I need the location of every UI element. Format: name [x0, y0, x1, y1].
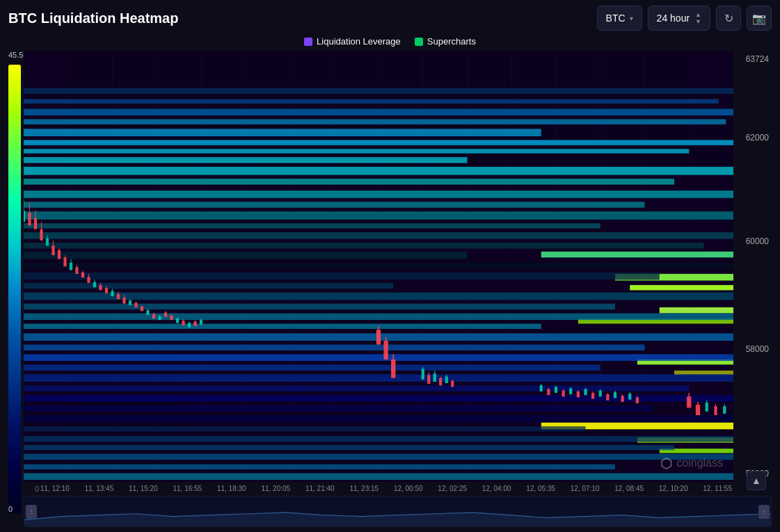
svg-rect-69	[24, 473, 733, 480]
page-title: BTC Liquidation Heatmap	[8, 10, 178, 26]
y-label-60000: 60000	[746, 236, 769, 246]
svg-rect-23	[24, 108, 733, 115]
x-label-0: 11, 12:10	[40, 485, 70, 493]
watermark: ⬡ coinglass	[660, 455, 723, 471]
svg-rect-119	[164, 312, 167, 316]
legend-item-liquidation: Liquidation Leverage	[304, 36, 401, 47]
x-label-15: 12, 11:55	[703, 485, 732, 493]
svg-rect-147	[445, 376, 448, 383]
svg-rect-49	[24, 273, 660, 280]
asset-selector-value: BTC	[606, 13, 626, 24]
svg-rect-191	[24, 497, 771, 526]
svg-rect-133	[376, 330, 381, 344]
svg-rect-56	[24, 344, 645, 350]
scroll-up-button[interactable]: ▲	[747, 471, 766, 490]
svg-rect-75	[34, 218, 37, 229]
svg-rect-185	[714, 406, 717, 415]
x-label-3: 11, 16:55	[173, 485, 202, 493]
legend-item-supercharts: Supercharts	[415, 36, 476, 47]
svg-rect-113	[146, 310, 149, 314]
svg-rect-179	[687, 396, 691, 408]
scale-label-bottom: 0	[8, 505, 13, 513]
screenshot-button[interactable]: 📷	[747, 6, 772, 31]
x-axis: 0 11, 12:10 11, 13:45 11, 15:20 11, 16:5…	[24, 485, 772, 493]
svg-rect-111	[141, 307, 143, 311]
svg-rect-45	[24, 232, 733, 239]
mini-chart-svg	[24, 497, 771, 526]
asset-selector[interactable]: BTC ▾	[597, 6, 642, 31]
svg-rect-175	[628, 394, 631, 400]
time-chevron-down-icon: ▼	[695, 19, 701, 25]
svg-rect-22	[24, 99, 719, 104]
scroll-handle-left[interactable]: ⋮	[26, 505, 37, 519]
svg-rect-53	[24, 313, 733, 320]
svg-rect-29	[24, 167, 733, 175]
heatmap-svg: ⬡ coinglass	[24, 51, 733, 482]
y-axis: 63724 62000 60000 58000 56000	[733, 51, 772, 482]
x-label-2: 11, 15:20	[129, 485, 158, 493]
svg-rect-28	[24, 157, 468, 163]
svg-rect-143	[433, 373, 436, 382]
svg-rect-167	[599, 391, 602, 397]
x-label-4: 11, 18:30	[217, 485, 246, 493]
svg-rect-107	[129, 300, 132, 305]
svg-rect-25	[24, 129, 541, 136]
scroll-handle-right[interactable]: ⋮	[758, 505, 770, 519]
svg-rect-169	[606, 394, 609, 401]
chart-wrapper: 45.57M 0	[8, 51, 772, 527]
x-label-14: 12, 10:20	[659, 485, 688, 493]
svg-rect-187	[723, 406, 726, 414]
color-scale-bar	[8, 65, 21, 513]
svg-rect-177	[636, 397, 639, 403]
svg-rect-67	[24, 454, 733, 460]
svg-rect-141	[427, 375, 430, 384]
mini-chart[interactable]: ⋮ ⋮	[24, 496, 772, 527]
svg-rect-157	[562, 391, 565, 397]
time-selector[interactable]: 24 hour ▲ ▼	[648, 6, 710, 31]
scroll-handle-left-icon: ⋮	[29, 508, 34, 515]
watermark-icon: ⬡	[660, 455, 672, 471]
header: BTC Liquidation Heatmap BTC ▾ 24 hour ▲ …	[8, 6, 772, 31]
svg-rect-85	[63, 257, 66, 266]
svg-rect-58	[24, 364, 600, 371]
svg-rect-52	[24, 304, 615, 310]
svg-rect-47	[24, 252, 468, 259]
x-label-5: 11, 20:05	[261, 485, 290, 493]
svg-rect-89	[75, 267, 78, 274]
svg-rect-103	[117, 294, 120, 299]
svg-rect-139	[422, 369, 424, 380]
x-label-11: 12, 05:35	[526, 485, 555, 493]
svg-rect-99	[105, 288, 108, 293]
chart-main: ⬡ coinglass ⬡ coinglass 63724 62000 6000…	[24, 51, 772, 527]
svg-rect-87	[70, 263, 72, 271]
x-label-6: 11, 21:40	[305, 485, 335, 493]
x-label-7: 11, 23:15	[349, 485, 379, 493]
svg-rect-91	[81, 273, 84, 277]
refresh-button[interactable]: ↻	[716, 6, 741, 31]
page-container: BTC Liquidation Heatmap BTC ▾ 24 hour ▲ …	[0, 0, 780, 532]
svg-rect-117	[158, 316, 161, 320]
svg-rect-131	[200, 320, 202, 324]
svg-rect-26	[24, 140, 733, 145]
svg-rect-155	[555, 387, 557, 393]
header-controls: BTC ▾ 24 hour ▲ ▼ ↻ 📷	[597, 6, 772, 31]
y-label-62000: 62000	[746, 133, 769, 143]
svg-rect-50	[24, 283, 393, 289]
svg-rect-137	[391, 360, 395, 378]
svg-rect-65	[24, 436, 733, 442]
svg-rect-32	[630, 285, 733, 290]
svg-rect-42	[24, 202, 645, 208]
x-label-10: 12, 04:00	[482, 485, 511, 493]
x-label-8: 12, 00:50	[394, 485, 423, 493]
chart-and-yaxis: ⬡ coinglass ⬡ coinglass 63724 62000 6000…	[24, 51, 772, 482]
svg-rect-71	[24, 211, 25, 222]
svg-rect-165	[591, 393, 594, 399]
heatmap-container[interactable]: ⬡ coinglass ⬡ coinglass	[24, 51, 733, 482]
svg-rect-93	[87, 277, 90, 283]
svg-rect-57	[24, 354, 733, 361]
svg-rect-21	[24, 88, 733, 94]
asset-chevron-icon: ▾	[630, 15, 633, 22]
svg-rect-151	[540, 385, 543, 392]
svg-rect-145	[439, 378, 442, 386]
svg-rect-95	[93, 282, 96, 287]
